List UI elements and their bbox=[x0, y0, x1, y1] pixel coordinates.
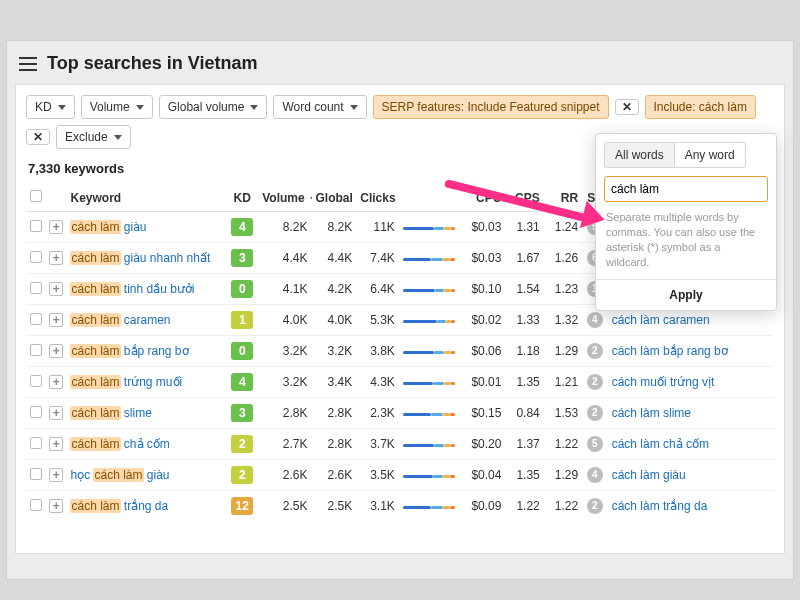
col-global[interactable]: Global bbox=[312, 184, 357, 212]
cell-keyword: học cách làm giàu bbox=[66, 460, 226, 491]
remove-include-filter[interactable]: ✕ bbox=[26, 129, 50, 145]
cell-cps: 1.31 bbox=[505, 212, 543, 243]
expand-icon[interactable]: + bbox=[49, 282, 63, 296]
tab-all-words[interactable]: All words bbox=[604, 142, 675, 168]
cell-top: cách làm trắng da bbox=[608, 491, 774, 522]
cell-cpc: $0.09 bbox=[461, 491, 506, 522]
cell-keyword: cách làm trắng da bbox=[66, 491, 226, 522]
top-keyword-link[interactable]: cách làm chả cốm bbox=[612, 437, 709, 451]
expand-icon[interactable]: + bbox=[49, 499, 63, 513]
keyword-highlight: cách làm bbox=[70, 344, 120, 358]
keyword-link[interactable]: cách làm trắng da bbox=[70, 499, 168, 513]
col-cps[interactable]: CPS bbox=[505, 184, 543, 212]
filter-word-count[interactable]: Word count bbox=[273, 95, 366, 119]
top-keyword-link[interactable]: cách làm caramen bbox=[612, 313, 710, 327]
cell-dist bbox=[399, 274, 461, 305]
menu-icon[interactable] bbox=[19, 57, 37, 71]
apply-button[interactable]: Apply bbox=[596, 279, 776, 310]
expand-icon[interactable]: + bbox=[49, 406, 63, 420]
top-keyword-link[interactable]: cách muối trứng vịt bbox=[612, 375, 715, 389]
top-keyword-link[interactable]: cách làm bắp rang bơ bbox=[612, 344, 728, 358]
cell-kd: 4 bbox=[226, 367, 258, 398]
cell-dist bbox=[399, 367, 461, 398]
row-checkbox[interactable] bbox=[30, 437, 42, 449]
filter-kd[interactable]: KD bbox=[26, 95, 75, 119]
cell-cps: 1.33 bbox=[505, 305, 543, 336]
cell-rr: 1.21 bbox=[544, 367, 582, 398]
keyword-link[interactable]: cách làm caramen bbox=[70, 313, 170, 327]
keyword-link[interactable]: cách làm chả cốm bbox=[70, 437, 169, 451]
col-keyword[interactable]: Keyword bbox=[66, 184, 226, 212]
clicks-distribution bbox=[403, 255, 455, 263]
select-all-checkbox[interactable] bbox=[30, 190, 42, 202]
row-checkbox[interactable] bbox=[30, 344, 42, 356]
col-cpc[interactable]: CPC bbox=[461, 184, 506, 212]
row-checkbox[interactable] bbox=[30, 220, 42, 232]
expand-icon[interactable]: + bbox=[49, 313, 63, 327]
cell-clicks: 3.1K bbox=[356, 491, 399, 522]
include-input[interactable] bbox=[604, 176, 768, 202]
row-checkbox[interactable] bbox=[30, 468, 42, 480]
keyword-link[interactable]: cách làm giàu nhanh nhất bbox=[70, 251, 210, 265]
row-checkbox[interactable] bbox=[30, 313, 42, 325]
filter-include[interactable]: Include: cách làm bbox=[645, 95, 756, 119]
expand-icon[interactable]: + bbox=[49, 468, 63, 482]
filter-serp-features[interactable]: SERP features: Include Featured snippet bbox=[373, 95, 609, 119]
page-title: Top searches in Vietnam bbox=[47, 53, 257, 74]
cell-rr: 1.22 bbox=[544, 491, 582, 522]
cell-keyword: cách làm chả cốm bbox=[66, 429, 226, 460]
keyword-highlight: cách làm bbox=[70, 437, 120, 451]
row-checkbox[interactable] bbox=[30, 251, 42, 263]
col-kd[interactable]: KD bbox=[226, 184, 258, 212]
cell-dist bbox=[399, 305, 461, 336]
cell-clicks: 5.3K bbox=[356, 305, 399, 336]
keyword-link[interactable]: cách làm slime bbox=[70, 406, 151, 420]
table-row: +cách làm slime32.8K2.8K2.3K$0.150.841.5… bbox=[26, 398, 774, 429]
cell-global: 8.2K bbox=[312, 212, 357, 243]
chevron-down-icon bbox=[250, 105, 258, 110]
top-keyword-link[interactable]: cách làm trắng da bbox=[612, 499, 708, 513]
expand-icon[interactable]: + bbox=[49, 344, 63, 358]
expand-icon[interactable]: + bbox=[49, 220, 63, 234]
cell-top: cách làm chả cốm bbox=[608, 429, 774, 460]
cell-dist bbox=[399, 212, 461, 243]
kd-badge: 2 bbox=[231, 435, 253, 453]
cell-volume: 8.2K bbox=[258, 212, 311, 243]
cell-global: 2.5K bbox=[312, 491, 357, 522]
remove-serp-filter[interactable]: ✕ bbox=[615, 99, 639, 115]
expand-icon[interactable]: + bbox=[49, 251, 63, 265]
tab-any-word[interactable]: Any word bbox=[675, 142, 746, 168]
row-checkbox[interactable] bbox=[30, 499, 42, 511]
row-checkbox[interactable] bbox=[30, 406, 42, 418]
keyword-link[interactable]: cách làm tinh dầu bưởi bbox=[70, 282, 194, 296]
keyword-link[interactable]: cách làm bắp rang bơ bbox=[70, 344, 188, 358]
expand-icon[interactable]: + bbox=[49, 437, 63, 451]
clicks-distribution bbox=[403, 503, 455, 511]
cell-cps: 1.22 bbox=[505, 491, 543, 522]
keyword-link[interactable]: học cách làm giàu bbox=[70, 468, 169, 482]
col-volume[interactable]: Volume bbox=[258, 184, 311, 212]
keyword-highlight: cách làm bbox=[70, 499, 120, 513]
expand-icon[interactable]: + bbox=[49, 375, 63, 389]
cell-global: 4.0K bbox=[312, 305, 357, 336]
cell-volume: 4.4K bbox=[258, 243, 311, 274]
filter-exclude[interactable]: Exclude bbox=[56, 125, 131, 149]
kd-badge: 4 bbox=[231, 218, 253, 236]
row-checkbox[interactable] bbox=[30, 282, 42, 294]
top-keyword-link[interactable]: cách làm giàu bbox=[612, 468, 686, 482]
keyword-highlight: cách làm bbox=[70, 220, 120, 234]
clicks-distribution bbox=[403, 224, 455, 232]
col-clicks[interactable]: Clicks bbox=[356, 184, 399, 212]
filter-volume[interactable]: Volume bbox=[81, 95, 153, 119]
col-rr[interactable]: RR bbox=[544, 184, 582, 212]
filter-global-volume[interactable]: Global volume bbox=[159, 95, 268, 119]
cell-volume: 3.2K bbox=[258, 367, 311, 398]
cell-cps: 1.35 bbox=[505, 460, 543, 491]
sf-badge: 4 bbox=[587, 467, 603, 483]
top-keyword-link[interactable]: cách làm slime bbox=[612, 406, 691, 420]
keyword-link[interactable]: cách làm giàu bbox=[70, 220, 146, 234]
keyword-link[interactable]: cách làm trứng muối bbox=[70, 375, 182, 389]
cell-cpc: $0.01 bbox=[461, 367, 506, 398]
row-checkbox[interactable] bbox=[30, 375, 42, 387]
chevron-down-icon bbox=[136, 105, 144, 110]
